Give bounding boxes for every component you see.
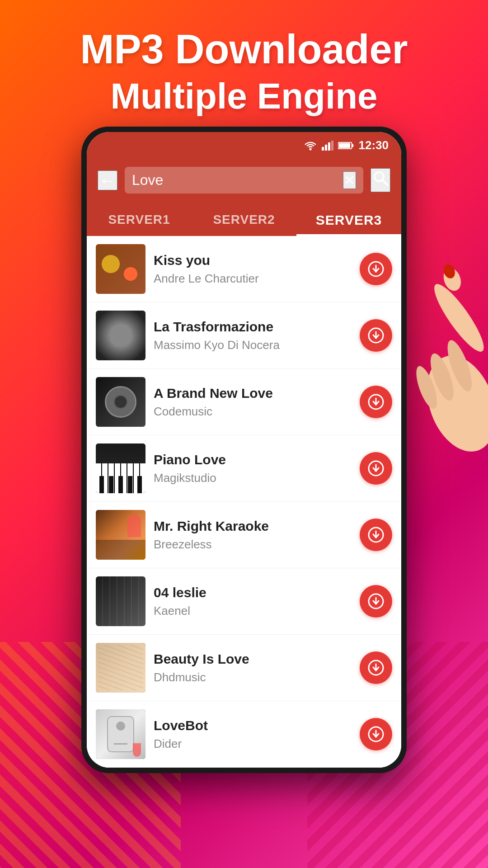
- status-bar: 12:30: [87, 132, 401, 159]
- svg-rect-4: [331, 141, 333, 151]
- svg-rect-1: [322, 147, 324, 151]
- svg-point-0: [309, 148, 311, 150]
- list-item: Mr. Right Karaoke Breezeless: [87, 502, 401, 568]
- download-icon-2: [368, 327, 384, 344]
- signal-icon: [322, 141, 333, 151]
- svg-rect-3: [328, 142, 330, 151]
- status-time: 12:30: [359, 138, 389, 152]
- list-item: La Trasformazione Massimo Kyo Di Nocera: [87, 302, 401, 369]
- song-info-5: Mr. Right Karaoke Breezeless: [154, 519, 352, 552]
- phone-frame: 12:30 ← Love ✕ SERVER1: [81, 127, 407, 773]
- song-title-7: Beauty Is Love: [154, 651, 352, 667]
- album-art-3: [96, 377, 145, 427]
- album-art-6: [96, 576, 145, 626]
- song-title-3: A Brand New Love: [154, 386, 352, 401]
- download-icon-4: [368, 460, 384, 476]
- song-artist-3: Codemusic: [154, 405, 352, 419]
- svg-point-27: [427, 279, 488, 357]
- song-title-2: La Trasformazione: [154, 319, 352, 335]
- song-info-6: 04 leslie Kaenel: [154, 585, 352, 618]
- app-subtitle: Multiple Engine: [0, 76, 488, 116]
- album-art-5: [96, 510, 145, 560]
- svg-point-31: [412, 363, 441, 411]
- tab-server2[interactable]: SERVER2: [192, 203, 296, 236]
- svg-rect-7: [352, 144, 353, 147]
- svg-rect-6: [338, 143, 350, 148]
- list-item: Piano Love Magikstudio: [87, 435, 401, 502]
- svg-point-26: [415, 346, 488, 461]
- phone-mockup: 12:30 ← Love ✕ SERVER1: [81, 127, 407, 773]
- svg-point-32: [442, 263, 457, 280]
- svg-rect-2: [325, 145, 327, 151]
- album-art-4: [96, 443, 145, 493]
- download-icon-1: [368, 261, 384, 277]
- album-art-8: [96, 709, 145, 759]
- download-icon-3: [368, 394, 384, 410]
- tab-server1[interactable]: SERVER1: [87, 203, 192, 236]
- list-item: Beauty Is Love Dhdmusic: [87, 635, 401, 701]
- download-icon-8: [368, 726, 384, 742]
- song-artist-2: Massimo Kyo Di Nocera: [154, 338, 352, 352]
- song-artist-8: Dider: [154, 737, 352, 751]
- song-title-8: LoveBot: [154, 718, 352, 733]
- svg-line-9: [382, 180, 388, 185]
- download-button-5[interactable]: [360, 519, 392, 551]
- song-title-4: Piano Love: [154, 452, 352, 467]
- song-artist-1: Andre Le Charcutier: [154, 272, 352, 286]
- header-section: MP3 Downloader Multiple Engine: [0, 0, 488, 116]
- app-title: MP3 Downloader: [0, 27, 488, 72]
- song-info-7: Beauty Is Love Dhdmusic: [154, 651, 352, 684]
- list-item: Kiss you Andre Le Charcutier: [87, 236, 401, 302]
- song-list: Kiss you Andre Le Charcutier: [87, 236, 401, 768]
- download-button-2[interactable]: [360, 319, 392, 352]
- list-item: 04 leslie Kaenel: [87, 568, 401, 635]
- list-item: LoveBot Dider: [87, 701, 401, 768]
- song-title-1: Kiss you: [154, 253, 352, 268]
- clear-button[interactable]: ✕: [343, 171, 356, 189]
- back-button[interactable]: ←: [98, 170, 117, 190]
- list-item: A Brand New Love Codemusic: [87, 369, 401, 435]
- download-button-7[interactable]: [360, 651, 392, 684]
- download-button-8[interactable]: [360, 718, 392, 750]
- download-button-3[interactable]: [360, 386, 392, 418]
- svg-point-29: [443, 337, 477, 394]
- song-artist-6: Kaenel: [154, 604, 352, 618]
- tab-server3[interactable]: SERVER3: [296, 203, 401, 236]
- download-button-6[interactable]: [360, 585, 392, 618]
- search-input-wrap[interactable]: Love ✕: [125, 167, 363, 193]
- search-icon: [371, 169, 389, 187]
- song-info-1: Kiss you Andre Le Charcutier: [154, 253, 352, 286]
- status-icons: 12:30: [304, 138, 389, 152]
- song-info-8: LoveBot Dider: [154, 718, 352, 751]
- song-title-6: 04 leslie: [154, 585, 352, 600]
- album-art-1: [96, 244, 145, 294]
- album-art-2: [96, 311, 145, 360]
- search-input[interactable]: Love: [132, 172, 343, 189]
- song-title-5: Mr. Right Karaoke: [154, 519, 352, 534]
- song-info-3: A Brand New Love Codemusic: [154, 386, 352, 419]
- download-button-4[interactable]: [360, 452, 392, 485]
- download-icon-6: [368, 593, 384, 609]
- search-button[interactable]: [371, 168, 390, 192]
- search-bar: ← Love ✕: [87, 159, 401, 203]
- battery-icon: [338, 141, 354, 150]
- song-info-4: Piano Love Magikstudio: [154, 452, 352, 485]
- svg-point-28: [441, 266, 464, 293]
- wifi-icon: [304, 141, 317, 151]
- song-artist-5: Breezeless: [154, 538, 352, 552]
- song-artist-4: Magikstudio: [154, 471, 352, 485]
- download-button-1[interactable]: [360, 253, 392, 285]
- download-icon-7: [368, 660, 384, 676]
- download-icon-5: [368, 527, 384, 543]
- svg-point-30: [426, 351, 458, 403]
- song-artist-7: Dhdmusic: [154, 670, 352, 684]
- song-info-2: La Trasformazione Massimo Kyo Di Nocera: [154, 319, 352, 352]
- phone-screen: 12:30 ← Love ✕ SERVER1: [87, 132, 401, 768]
- server-tabs: SERVER1 SERVER2 SERVER3: [87, 203, 401, 236]
- album-art-7: [96, 643, 145, 693]
